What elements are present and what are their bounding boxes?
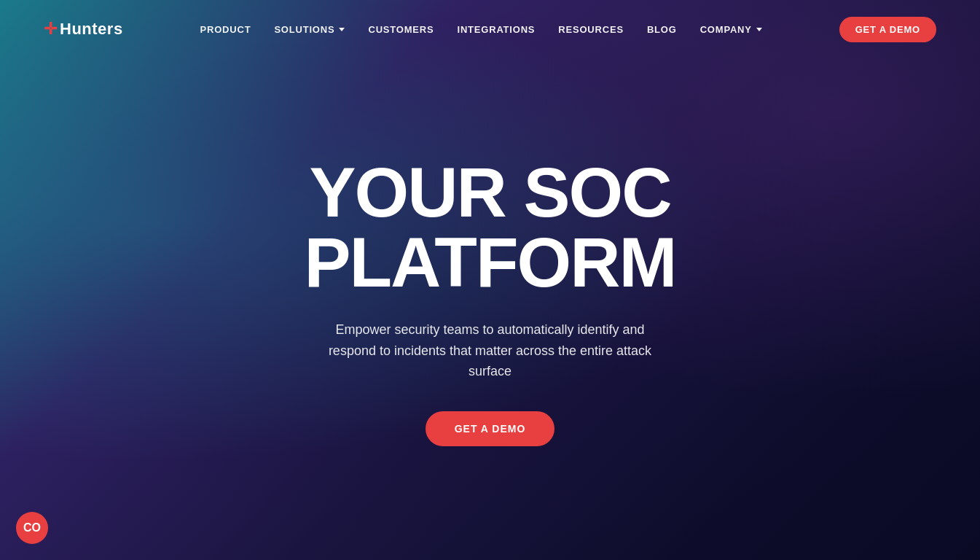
chevron-down-icon-company	[756, 28, 762, 31]
chat-icon: CO	[23, 521, 41, 534]
nav-item-resources: RESOURCES	[558, 24, 624, 35]
logo-icon: ✛	[44, 21, 57, 37]
page-wrapper: ✛ Hunters PRODUCT SOLUTIONS CUSTOMERS	[0, 0, 980, 560]
nav-link-solutions[interactable]: SOLUTIONS	[274, 24, 345, 35]
nav-item-integrations: INTEGRATIONS	[457, 24, 535, 35]
nav-link-product[interactable]: PRODUCT	[200, 24, 251, 35]
navbar: ✛ Hunters PRODUCT SOLUTIONS CUSTOMERS	[0, 0, 980, 58]
hero-title-line2: PLATFORM	[304, 223, 675, 301]
nav-item-company: COMPANY	[700, 24, 762, 35]
nav-item-product: PRODUCT	[200, 24, 251, 35]
nav-item-blog: BLOG	[647, 24, 677, 35]
nav-link-resources[interactable]: RESOURCES	[558, 24, 624, 35]
nav-cta-button[interactable]: GET A DEMO	[839, 17, 936, 42]
hero-subtitle: Empower security teams to automatically …	[315, 319, 665, 382]
hero-title: YOUR SOC PLATFORM	[304, 158, 675, 298]
chevron-down-icon	[339, 28, 345, 31]
hero-section: YOUR SOC PLATFORM Empower security teams…	[289, 44, 690, 560]
nav-link-company[interactable]: COMPANY	[700, 24, 762, 35]
nav-item-customers: CUSTOMERS	[368, 24, 434, 35]
nav-item-solutions: SOLUTIONS	[274, 24, 345, 35]
chat-widget-button[interactable]: CO	[16, 512, 48, 544]
nav-link-blog[interactable]: BLOG	[647, 24, 677, 35]
nav-link-customers[interactable]: CUSTOMERS	[368, 24, 434, 35]
nav-link-integrations[interactable]: INTEGRATIONS	[457, 24, 535, 35]
logo-text: Hunters	[60, 20, 123, 39]
hero-title-line1: YOUR SOC	[309, 153, 670, 231]
nav-links: PRODUCT SOLUTIONS CUSTOMERS INTEGRATIONS	[200, 24, 762, 35]
hero-cta-button[interactable]: GET A DEMO	[426, 411, 555, 446]
logo[interactable]: ✛ Hunters	[44, 20, 123, 39]
